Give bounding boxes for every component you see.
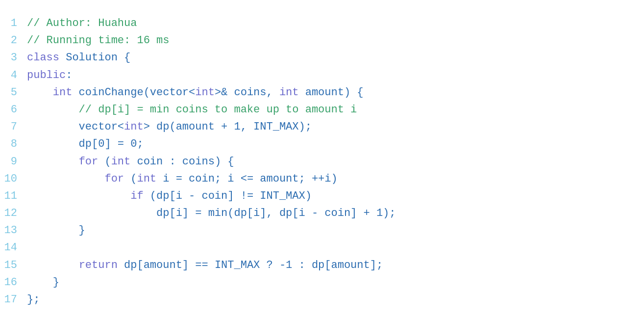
line-number: 7 — [0, 118, 27, 135]
code-line: 16 } — [0, 274, 644, 291]
code-token: : — [66, 69, 72, 81]
code-line: 11 if (dp[i - coin] != INT_MAX) — [0, 187, 644, 205]
code-line: 10 for (int i = coin; i <= amount; ++i) — [0, 170, 644, 187]
line-number: 16 — [0, 274, 27, 291]
line-number: 5 — [0, 84, 27, 101]
code-content: for (int i = coin; i <= amount; ++i) — [27, 170, 338, 187]
line-number: 17 — [0, 291, 27, 308]
code-content: // Running time: 16 ms — [27, 32, 169, 49]
line-number: 3 — [0, 49, 27, 66]
line-number: 13 — [0, 222, 27, 239]
code-line: 2// Running time: 16 ms — [0, 32, 644, 49]
code-token — [27, 259, 79, 271]
line-number: 6 — [0, 101, 27, 118]
code-token: ( — [124, 173, 137, 185]
code-content: dp[0] = 0; — [27, 135, 144, 153]
code-line: 12 dp[i] = min(dp[i], dp[i - coin] + 1); — [0, 205, 644, 222]
code-token: return — [79, 259, 118, 271]
code-token: Solution { — [59, 52, 130, 64]
code-line: 9 for (int coin : coins) { — [0, 153, 644, 170]
code-line: 3class Solution { — [0, 49, 644, 66]
code-content: // Author: Huahua — [27, 15, 137, 32]
code-content: return dp[amount] == INT_MAX ? -1 : dp[a… — [27, 257, 383, 274]
code-token: coinChange(vector< — [72, 86, 195, 99]
line-number: 8 — [0, 135, 27, 153]
code-token — [27, 173, 104, 185]
code-token: amount) { — [299, 86, 364, 99]
code-token: for — [79, 156, 99, 168]
code-token: dp[0] = 0; — [27, 138, 144, 150]
code-content: // dp[i] = min coins to make up to amoun… — [27, 101, 357, 118]
code-token: int — [279, 86, 299, 99]
code-token: dp[amount] == INT_MAX ? -1 : dp[amount]; — [118, 259, 383, 271]
code-line: 1// Author: Huahua — [0, 15, 644, 32]
code-token: // dp[i] = min coins to make up to amoun… — [27, 104, 357, 116]
code-token: }; — [27, 293, 40, 306]
line-number: 11 — [0, 187, 27, 205]
code-line: 6 // dp[i] = min coins to make up to amo… — [0, 101, 644, 118]
code-token — [27, 156, 79, 168]
code-token — [27, 190, 130, 202]
line-number: 14 — [0, 239, 27, 256]
code-line: 15 return dp[amount] == INT_MAX ? -1 : d… — [0, 257, 644, 274]
code-content: vector<int> dp(amount + 1, INT_MAX); — [27, 118, 312, 135]
code-line: 14 — [0, 239, 644, 256]
code-content: public: — [27, 67, 72, 84]
code-token: // Author: Huahua — [27, 17, 137, 29]
line-number: 12 — [0, 205, 27, 222]
line-number: 15 — [0, 257, 27, 274]
code-token: } — [27, 224, 85, 237]
code-content: if (dp[i - coin] != INT_MAX) — [27, 187, 312, 205]
code-content: } — [27, 222, 85, 239]
code-token: public — [27, 69, 66, 81]
line-number: 4 — [0, 67, 27, 84]
code-token: coin : coins) { — [130, 156, 234, 168]
code-token: int — [111, 156, 131, 168]
code-content: dp[i] = min(dp[i], dp[i - coin] + 1); — [27, 205, 396, 222]
code-token: vector< — [27, 121, 124, 133]
code-line: 8 dp[0] = 0; — [0, 135, 644, 153]
code-line: 17}; — [0, 291, 644, 308]
code-token: > dp(amount + 1, INT_MAX); — [144, 121, 312, 133]
line-number: 10 — [0, 170, 27, 187]
code-token: int — [124, 121, 144, 133]
code-token: dp[i] = min(dp[i], dp[i - coin] + 1); — [27, 207, 396, 219]
code-content: int coinChange(vector<int>& coins, int a… — [27, 84, 364, 101]
code-token: i = coin; i <= amount; ++i) — [156, 173, 338, 185]
code-token: if — [130, 190, 143, 202]
code-token: int — [137, 173, 156, 185]
code-line: 7 vector<int> dp(amount + 1, INT_MAX); — [0, 118, 644, 135]
code-line: 13 } — [0, 222, 644, 239]
code-line: 5 int coinChange(vector<int>& coins, int… — [0, 84, 644, 101]
line-number: 1 — [0, 15, 27, 32]
code-token: ( — [98, 156, 111, 168]
code-token: (dp[i - coin] != INT_MAX) — [144, 190, 312, 202]
code-token: // Running time: 16 ms — [27, 34, 169, 47]
code-content: } — [27, 274, 59, 291]
line-number: 2 — [0, 32, 27, 49]
code-line: 4public: — [0, 67, 644, 84]
code-content: }; — [27, 291, 40, 308]
line-number: 9 — [0, 153, 27, 170]
code-token: class — [27, 52, 59, 64]
code-token: } — [27, 276, 59, 289]
code-token: >& coins, — [215, 86, 279, 99]
code-content: for (int coin : coins) { — [27, 153, 234, 170]
code-token: int — [195, 86, 215, 99]
code-token: int — [53, 86, 73, 99]
code-token: for — [104, 173, 124, 185]
code-content: class Solution { — [27, 49, 130, 66]
code-container: 1// Author: Huahua2// Running time: 16 m… — [0, 10, 644, 313]
code-token — [27, 86, 53, 99]
